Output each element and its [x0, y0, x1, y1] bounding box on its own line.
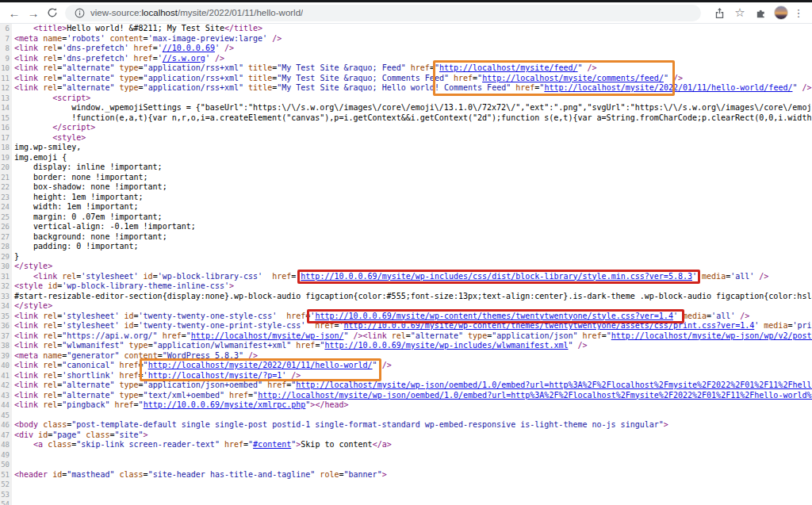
code-segment: rel [38, 44, 57, 52]
code-text: <body class="post-template-default singl… [12, 420, 668, 430]
code-text: <link rel="pingback" href="http://10.0.0… [12, 400, 349, 411]
code-segment: "pingback" [62, 400, 109, 409]
line-number: 18 [0, 143, 12, 153]
code-segment: <link [14, 361, 38, 369]
source-line: 46<body class="post-template-default sin… [0, 420, 812, 430]
code-segment: "application/json" [492, 331, 577, 340]
source-line: 19img.emoji { [0, 153, 812, 163]
source-line: 27 background: none !important; [0, 232, 812, 243]
source-line: 23 height: 1em !important; [0, 193, 812, 203]
source-link[interactable]: http://localhost/mysite/comments/feed/ [482, 74, 664, 82]
source-link[interactable]: http://localhost/mysite/feed/ [439, 63, 578, 72]
code-segment: 'all' [730, 272, 754, 281]
source-link[interactable]: #content [253, 440, 291, 449]
line-number: 40 [0, 361, 12, 371]
line-number: 52 [0, 480, 12, 490]
line-number: 28 [0, 242, 12, 252]
line-number: 42 [0, 381, 12, 391]
code-segment: href [129, 44, 153, 52]
source-line: 6 <title>Hello world! &#8211; My Test Si… [0, 24, 812, 34]
source-link[interactable]: http://10.0.0.69/mysite/wp-content/theme… [315, 312, 673, 320]
source-link[interactable]: http://10.0.0.69/mysite/wp-content/theme… [343, 321, 754, 330]
code-segment: 'robots' [67, 34, 105, 43]
code-segment: type [114, 74, 138, 82]
code-segment: 'wp-block-library-css' [158, 272, 262, 281]
profile-avatar-button[interactable] [774, 6, 788, 20]
forward-button[interactable]: → [24, 3, 43, 22]
source-line: 13 <script> [0, 94, 812, 104]
share-button[interactable] [710, 4, 728, 21]
code-segment: name [38, 34, 62, 43]
source-link[interactable]: http://localhost/mysite/2022/01/11/hello… [148, 361, 373, 369]
url-bar[interactable]: view-source:localhost/mysite/2022/01/11/… [65, 5, 701, 21]
source-line: 10<link rel="alternate" type="applicatio… [0, 63, 812, 74]
source-link[interactable]: http://localhost/mysite/wp-json/oembed/1… [258, 391, 812, 400]
code-segment: 'max-image-preview:large' [148, 34, 268, 43]
code-segment: rel [38, 361, 57, 369]
source-line: 54 [0, 499, 812, 505]
code-segment: 'stylesheet' [81, 272, 138, 281]
code-segment: 'wp-block-library-theme-inline-css' [62, 281, 229, 290]
source-link[interactable]: http://10.0.0.69/mysite/xmlrpc.php [144, 400, 306, 409]
code-text: img.emoji { [12, 153, 67, 163]
code-text: <meta name="generator" content="WordPres… [12, 351, 258, 362]
code-segment: <link [14, 371, 38, 380]
source-link[interactable]: http://localhost/mysite/wp-json/oembed/1… [296, 381, 812, 389]
code-segment: 'dns-prefetch' [62, 54, 128, 63]
code-text: <a class="skip-link screen-reader-text" … [12, 440, 392, 450]
code-segment: rel [387, 331, 406, 340]
code-segment: 'stylesheet' [62, 321, 119, 330]
code-segment: <link [14, 321, 38, 330]
code-segment: "text/xml+oembed" [144, 391, 224, 400]
url-host: localhost [142, 8, 178, 17]
source-line: 28 padding: 0 !important; [0, 242, 812, 252]
code-segment: "My Test Site &raquo; Comments Feed" [277, 74, 449, 82]
code-segment: class [43, 440, 71, 449]
browser-window: ← → view-source:localhost/mysite/2022/01… [0, 0, 812, 505]
code-segment: <meta [14, 34, 38, 43]
extensions-button[interactable] [752, 4, 769, 21]
reload-button[interactable] [43, 3, 62, 22]
code-segment: } [14, 252, 19, 261]
line-number: 30 [0, 262, 12, 272]
code-segment: title [243, 83, 272, 92]
source-link[interactable]: http://localhost/mysite/wp-json/wp/v2/po… [611, 331, 812, 340]
code-segment: box-shadow: none !important; [14, 182, 167, 191]
code-text [12, 460, 14, 470]
source-lines: 6 <title>Hello world! &#8211; My Test Si… [0, 24, 812, 505]
code-segment: /> [267, 34, 282, 43]
source-link[interactable]: //s.w.org [163, 54, 205, 63]
source-link[interactable]: http://10.0.0.69/mysite/wp-includes/wlwm… [324, 341, 568, 350]
site-info-icon[interactable] [73, 4, 86, 21]
code-segment: <link [14, 54, 38, 63]
line-number: 44 [0, 400, 12, 411]
code-segment: display: inline !important; [14, 163, 163, 171]
source-link[interactable]: http://10.0.0.69/mysite/wp-includes/css/… [301, 272, 692, 281]
menu-button[interactable]: ⋮ [790, 4, 807, 21]
source-link[interactable]: http://localhost/mysite/?p=1 [148, 371, 282, 380]
bookmark-star-button[interactable]: ☆ [731, 4, 749, 21]
line-number: 45 [0, 411, 12, 421]
code-segment: href [449, 74, 473, 82]
code-segment: <div [14, 430, 33, 439]
code-text: !function(e,a,t){var n,r,o,i=a.createEle… [12, 113, 812, 124]
code-segment: > [664, 420, 668, 429]
code-segment: href [220, 440, 243, 449]
code-segment: href [511, 83, 534, 92]
code-text [12, 490, 14, 500]
code-segment: <link [14, 44, 38, 52]
source-link[interactable]: //10.0.0.69 [163, 44, 215, 52]
code-segment [14, 133, 52, 142]
code-segment: 'shortlink' [62, 371, 114, 380]
source-line: 22 box-shadow: none !important; [0, 182, 812, 193]
back-button[interactable]: ← [5, 3, 24, 22]
source-link[interactable]: http://localhost/mysite/wp-json/ [191, 331, 344, 340]
code-segment: window._wpemojiSettings = {"baseUrl":"ht… [14, 103, 812, 112]
code-segment: > [229, 281, 234, 290]
code-segment: <link [14, 83, 38, 92]
code-text: <link rel="alternate" type="application/… [12, 63, 597, 74]
code-segment: "skip-link screen-reader-text" [76, 440, 220, 449]
code-text: <link rel="alternate" type="text/xml+oem… [12, 391, 812, 401]
code-segment: media [678, 312, 707, 320]
source-link[interactable]: http://localhost/mysite/2022/01/11/hello… [544, 83, 792, 92]
